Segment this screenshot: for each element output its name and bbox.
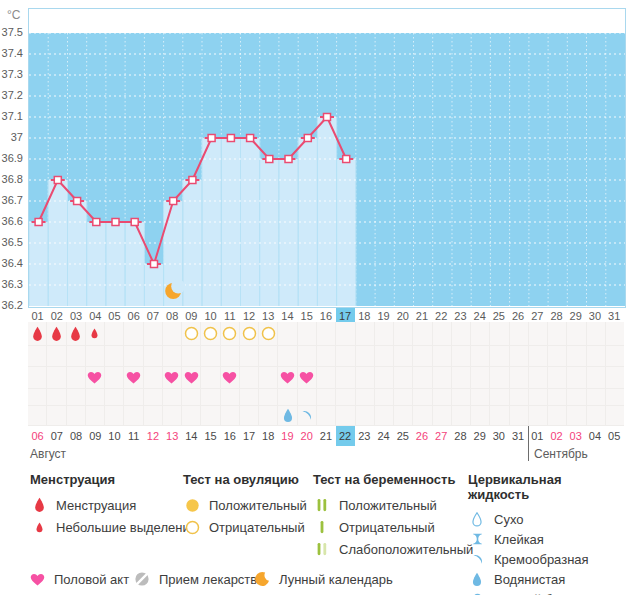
date-cell[interactable]: 10: [105, 426, 124, 446]
date-cell[interactable]: 30: [489, 426, 508, 446]
date-cell[interactable]: 20: [297, 426, 316, 446]
tracker-cell[interactable]: [413, 346, 432, 367]
tracker-cell[interactable]: [510, 346, 529, 367]
tracker-cell[interactable]: [375, 389, 394, 406]
tracker-cell[interactable]: [105, 346, 124, 367]
tracker-cell[interactable]: [336, 322, 355, 346]
tracker-cell[interactable]: [259, 389, 278, 406]
tracker-cell[interactable]: [490, 322, 509, 346]
tracker-cell[interactable]: [471, 322, 490, 346]
date-cell[interactable]: 11: [124, 426, 143, 446]
tracker-cell[interactable]: [240, 367, 259, 389]
tracker-cell[interactable]: [201, 346, 220, 367]
tracker-cell[interactable]: [221, 406, 240, 426]
tracker-cell[interactable]: [278, 322, 297, 346]
tracker-cell[interactable]: [221, 346, 240, 367]
tracker-cell[interactable]: [356, 346, 375, 367]
date-cell[interactable]: 08: [66, 426, 85, 446]
tracker-cell[interactable]: [144, 367, 163, 389]
tracker-cell[interactable]: [144, 346, 163, 367]
tracker-cell[interactable]: [144, 389, 163, 406]
tracker-cell[interactable]: [67, 367, 86, 389]
tracker-cell[interactable]: [201, 367, 220, 389]
tracker-cell[interactable]: [587, 346, 606, 367]
tracker-cell[interactable]: [163, 322, 182, 346]
tracker-cell[interactable]: [452, 346, 471, 367]
tracker-cell[interactable]: [259, 406, 278, 426]
date-cell[interactable]: 31: [508, 426, 527, 446]
date-cell[interactable]: 17: [239, 426, 258, 446]
tracker-cell[interactable]: [567, 367, 586, 389]
tracker-cell[interactable]: [201, 322, 220, 346]
tracker-cell[interactable]: [413, 367, 432, 389]
tracker-cell[interactable]: [86, 406, 105, 426]
tracker-cell[interactable]: [105, 389, 124, 406]
tracker-cell[interactable]: [240, 406, 259, 426]
tracker-cell[interactable]: [47, 406, 66, 426]
tracker-cell[interactable]: [510, 367, 529, 389]
tracker-cell[interactable]: [490, 406, 509, 426]
tracker-cell[interactable]: [28, 346, 47, 367]
tracker-cell[interactable]: [356, 389, 375, 406]
tracker-cell[interactable]: [317, 346, 336, 367]
tracker-cell[interactable]: [394, 346, 413, 367]
tracker-cell[interactable]: [259, 346, 278, 367]
tracker-cell[interactable]: [510, 322, 529, 346]
tracker-cell[interactable]: [221, 367, 240, 389]
tracker-cell[interactable]: [28, 322, 47, 346]
tracker-cell[interactable]: [452, 322, 471, 346]
tracker-cell[interactable]: [433, 346, 452, 367]
tracker-cell[interactable]: [433, 389, 452, 406]
tracker-cell[interactable]: [124, 346, 143, 367]
date-cell[interactable]: 19: [278, 426, 297, 446]
tracker-cell[interactable]: [548, 389, 567, 406]
tracker-cell[interactable]: [278, 346, 297, 367]
tracker-cell[interactable]: [298, 322, 317, 346]
tracker-cell[interactable]: [452, 406, 471, 426]
date-cell[interactable]: 25: [393, 426, 412, 446]
tracker-cell[interactable]: [278, 367, 297, 389]
tracker-cell[interactable]: [67, 346, 86, 367]
tracker-cell[interactable]: [86, 389, 105, 406]
tracker-cell[interactable]: [144, 322, 163, 346]
tracker-cell[interactable]: [86, 367, 105, 389]
tracker-cell[interactable]: [278, 406, 297, 426]
tracker-cell[interactable]: [471, 346, 490, 367]
tracker-cell[interactable]: [163, 389, 182, 406]
tracker-cell[interactable]: [47, 346, 66, 367]
tracker-cell[interactable]: [182, 346, 201, 367]
tracker-cell[interactable]: [201, 389, 220, 406]
tracker-cell[interactable]: [144, 406, 163, 426]
tracker-cell[interactable]: [28, 367, 47, 389]
tracker-cell[interactable]: [124, 367, 143, 389]
tracker-cell[interactable]: [490, 389, 509, 406]
tracker-cell[interactable]: [606, 389, 624, 406]
tracker-cell[interactable]: [182, 406, 201, 426]
tracker-cell[interactable]: [394, 367, 413, 389]
tracker-cell[interactable]: [28, 389, 47, 406]
date-cell[interactable]: 28: [451, 426, 470, 446]
tracker-cell[interactable]: [298, 367, 317, 389]
tracker-cell[interactable]: [47, 322, 66, 346]
tracker-cell[interactable]: [67, 322, 86, 346]
date-cell[interactable]: 07: [47, 426, 66, 446]
date-cell[interactable]: 23: [355, 426, 374, 446]
tracker-cell[interactable]: [548, 346, 567, 367]
tracker-cell[interactable]: [433, 367, 452, 389]
tracker-cell[interactable]: [67, 406, 86, 426]
tracker-cell[interactable]: [510, 389, 529, 406]
tracker-cell[interactable]: [606, 367, 624, 389]
tracker-cell[interactable]: [529, 367, 548, 389]
tracker-cell[interactable]: [221, 389, 240, 406]
tracker-cell[interactable]: [529, 389, 548, 406]
tracker-cell[interactable]: [105, 367, 124, 389]
tracker-cell[interactable]: [336, 346, 355, 367]
tracker-cell[interactable]: [124, 389, 143, 406]
tracker-cell[interactable]: [375, 406, 394, 426]
tracker-cell[interactable]: [394, 406, 413, 426]
tracker-cell[interactable]: [548, 406, 567, 426]
tracker-cell[interactable]: [548, 367, 567, 389]
tracker-cell[interactable]: [182, 322, 201, 346]
tracker-cell[interactable]: [221, 322, 240, 346]
tracker-cell[interactable]: [317, 322, 336, 346]
